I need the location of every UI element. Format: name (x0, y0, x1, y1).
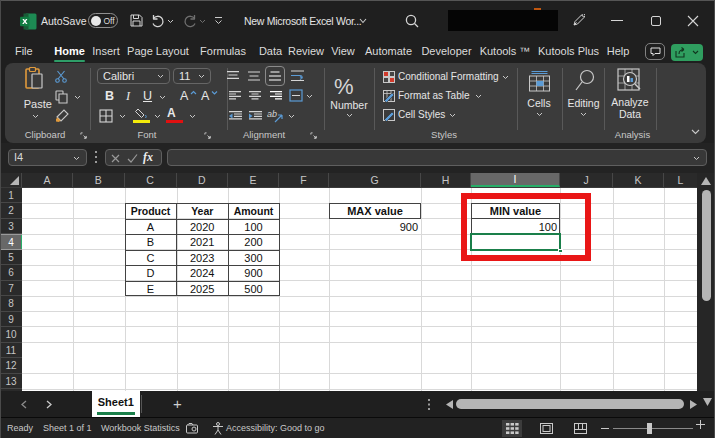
svg-text:ab: ab (267, 109, 277, 119)
